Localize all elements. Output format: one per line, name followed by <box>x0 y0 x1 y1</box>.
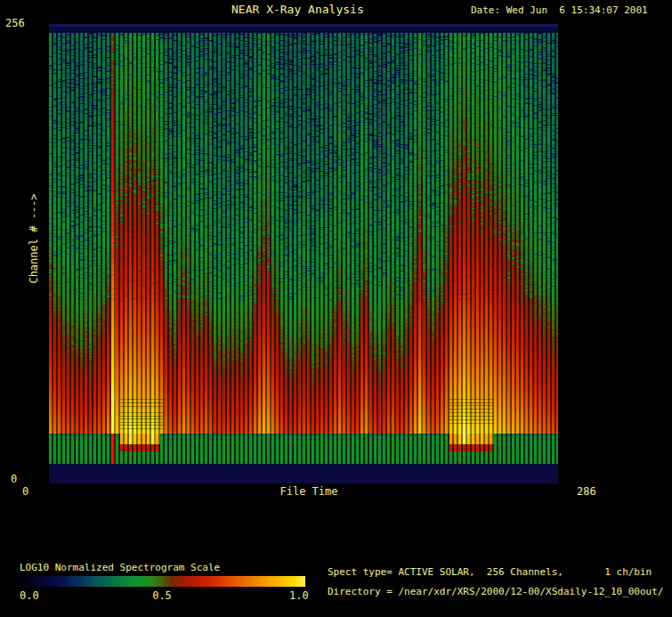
spect-type-label: Spect type= ACTIVE SOLAR, 256 Channels, … <box>328 566 652 578</box>
near-xray-analysis-window: NEAR X-Ray Analysis Date: Wed Jun 6 15:3… <box>0 0 672 617</box>
directory-label: Directory = /near/xdr/XRS/2000/12-00/XSd… <box>328 586 664 597</box>
y-axis-label: Channel # ---> <box>28 193 40 283</box>
colorbar-tick-max: 1.0 <box>289 589 309 602</box>
x-axis-min-tick: 0 <box>22 485 28 498</box>
y-axis-min-tick: 0 <box>11 473 17 485</box>
colorbar-gradient <box>20 576 305 587</box>
x-axis-label: File Time <box>279 485 337 498</box>
colorbar-tick-mid: 0.5 <box>152 589 172 602</box>
date-label: Date: Wed Jun 6 15:34:07 2001 <box>471 4 648 16</box>
spectrogram-canvas <box>49 24 558 483</box>
colorbar-tick-min: 0.0 <box>20 589 39 602</box>
x-axis-max-tick: 286 <box>577 485 596 498</box>
y-axis-max-tick: 256 <box>5 17 25 29</box>
page-title: NEAR X-Ray Analysis <box>231 3 364 16</box>
colorbar-label: LOG10 Normalized Spectrogram Scale <box>20 562 220 573</box>
